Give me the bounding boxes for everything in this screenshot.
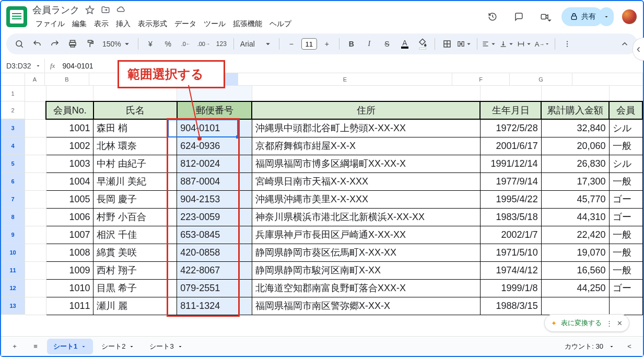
meet-icon[interactable] xyxy=(535,7,554,26)
cell[interactable]: 神奈川県横浜市港北区北新横浜X-XX-XX xyxy=(252,208,480,226)
row-header[interactable]: 5 xyxy=(1,155,25,172)
cell[interactable]: 653-0845 xyxy=(177,226,252,244)
print-icon[interactable] xyxy=(65,36,80,52)
name-box[interactable]: D3:D32 xyxy=(3,59,45,73)
account-avatar[interactable] xyxy=(621,8,638,25)
cell[interactable]: 1991/12/14 xyxy=(480,155,541,172)
cell[interactable]: 村野 小百合 xyxy=(93,208,177,226)
cell[interactable]: 22,420 xyxy=(541,226,609,244)
h-align-icon[interactable] xyxy=(482,36,497,52)
font-selector[interactable]: Arial xyxy=(238,39,275,49)
cell[interactable]: 904-0101 xyxy=(177,119,252,137)
increase-font-icon[interactable]: + xyxy=(319,36,335,52)
row-header[interactable]: 12 xyxy=(1,279,25,297)
fill-color-icon[interactable] xyxy=(415,36,430,52)
cell[interactable]: 北海道空知郡南富良野町落合XXX-X xyxy=(252,279,480,297)
cell[interactable]: 長岡 慶子 xyxy=(93,190,177,208)
row-header[interactable]: 8 xyxy=(1,208,25,226)
strikethrough-icon[interactable]: S xyxy=(379,36,395,52)
cell[interactable]: 1003 xyxy=(46,155,93,172)
row-header[interactable]: 11 xyxy=(1,261,25,279)
cell[interactable]: 森田 梢 xyxy=(93,119,177,137)
cell[interactable]: 811-1324 xyxy=(177,297,252,315)
menu-item[interactable]: データ xyxy=(171,18,200,30)
cell[interactable]: シル xyxy=(609,119,642,137)
menu-item[interactable]: ヘルプ xyxy=(266,18,295,30)
cloud-status-icon[interactable] xyxy=(116,5,126,15)
cell[interactable]: 1983/5/18 xyxy=(480,208,541,226)
row-header[interactable]: 9 xyxy=(1,226,25,244)
cell[interactable]: 624-0936 xyxy=(177,137,252,155)
zoom-selector[interactable]: 150% xyxy=(100,39,134,49)
table-header[interactable]: 郵便番号 xyxy=(177,101,252,119)
menu-item[interactable]: ツール xyxy=(201,18,229,30)
text-wrap-icon[interactable] xyxy=(517,36,533,52)
cell[interactable] xyxy=(609,297,642,315)
cell[interactable]: 目黒 希子 xyxy=(93,279,177,297)
cell[interactable]: 西村 翔子 xyxy=(93,261,177,279)
share-button[interactable]: 共有 xyxy=(561,7,603,26)
table-header[interactable]: 会員No. xyxy=(46,101,93,119)
row-header[interactable]: 10 xyxy=(1,244,25,261)
borders-icon[interactable] xyxy=(439,36,455,52)
cell[interactable]: 沖縄県中頭郡北谷町上勢頭X-XX-XX xyxy=(252,119,480,137)
merge-cells-icon[interactable] xyxy=(457,36,473,52)
cell[interactable]: 079-2551 xyxy=(177,279,252,297)
menu-item[interactable]: 表示 xyxy=(91,18,112,30)
italic-icon[interactable]: I xyxy=(361,36,377,52)
cell[interactable]: 223-0059 xyxy=(177,208,252,226)
history-icon[interactable] xyxy=(483,7,502,26)
cell[interactable]: 一般 xyxy=(609,137,642,155)
cell[interactable]: 812-0024 xyxy=(177,155,252,172)
menu-item[interactable]: ファイル xyxy=(32,18,68,30)
table-header[interactable]: 会員 xyxy=(609,101,642,119)
sheets-logo-icon[interactable] xyxy=(6,6,27,27)
sheet-tab[interactable]: シート3 xyxy=(143,339,189,354)
cell[interactable]: 沖縄県沖縄市美里X-X-XXX xyxy=(252,190,480,208)
cell[interactable]: 中村 由紀子 xyxy=(93,155,177,172)
collapse-toolbar-icon[interactable] xyxy=(617,36,633,52)
cell[interactable] xyxy=(541,297,609,315)
row-header[interactable]: 3 xyxy=(1,119,25,137)
cell[interactable]: 2001/6/17 xyxy=(480,137,541,155)
decrease-font-icon[interactable]: − xyxy=(284,36,299,52)
cell[interactable]: 福岡県福岡市南区警弥郷X-XX-X xyxy=(252,297,480,315)
cell[interactable]: 1974/4/12 xyxy=(480,261,541,279)
cell[interactable]: 1009 xyxy=(46,261,93,279)
star-icon[interactable] xyxy=(85,5,95,15)
cell[interactable]: 16,560 xyxy=(541,261,609,279)
cell[interactable]: 瀬川 麗 xyxy=(93,297,177,315)
cell[interactable]: 1006 xyxy=(46,208,93,226)
cell[interactable]: 早瀬川 美紀 xyxy=(93,172,177,190)
cell[interactable]: 一般 xyxy=(609,261,642,279)
cell[interactable]: 44,250 xyxy=(541,279,609,297)
menu-item[interactable]: 挿入 xyxy=(113,18,134,30)
cell[interactable]: 1001 xyxy=(46,119,93,137)
cell[interactable]: ゴー xyxy=(609,279,642,297)
more-formats-icon[interactable]: 123 xyxy=(214,36,229,52)
cell[interactable]: ゴー xyxy=(609,208,642,226)
sheet-tab[interactable]: シート1 xyxy=(47,339,93,354)
cell[interactable]: 1010 xyxy=(46,279,93,297)
cell[interactable]: 17,300 xyxy=(541,172,609,190)
cell[interactable]: 相沢 千佳 xyxy=(93,226,177,244)
convert-to-table-pill[interactable]: ✦ 表に変換する ⋮ ✕ xyxy=(544,314,629,332)
cell[interactable]: 1972/5/28 xyxy=(480,119,541,137)
table-header[interactable]: 累計購入金額 xyxy=(541,101,609,119)
cell[interactable]: 一般 xyxy=(609,172,642,190)
cell[interactable]: 1002 xyxy=(46,137,93,155)
explore-open-icon[interactable]: < xyxy=(620,339,639,354)
paint-format-icon[interactable] xyxy=(83,36,98,52)
cell[interactable]: 45,770 xyxy=(541,190,609,208)
row-header[interactable]: 7 xyxy=(1,190,25,208)
col-header[interactable]: F xyxy=(452,73,510,85)
row-header[interactable]: 1 xyxy=(1,86,25,101)
cell[interactable]: 422-8067 xyxy=(177,261,252,279)
cell[interactable]: 北林 環奈 xyxy=(93,137,177,155)
cell[interactable]: 静岡県静岡市葵区伝馬町X-XX-XX xyxy=(252,244,480,261)
menu-item[interactable]: 表示形式 xyxy=(135,18,170,30)
currency-yen-icon[interactable]: ¥ xyxy=(143,36,158,52)
select-all-corner[interactable] xyxy=(1,73,25,85)
col-header[interactable]: G xyxy=(510,73,572,85)
cell[interactable]: 1977/9/14 xyxy=(480,172,541,190)
